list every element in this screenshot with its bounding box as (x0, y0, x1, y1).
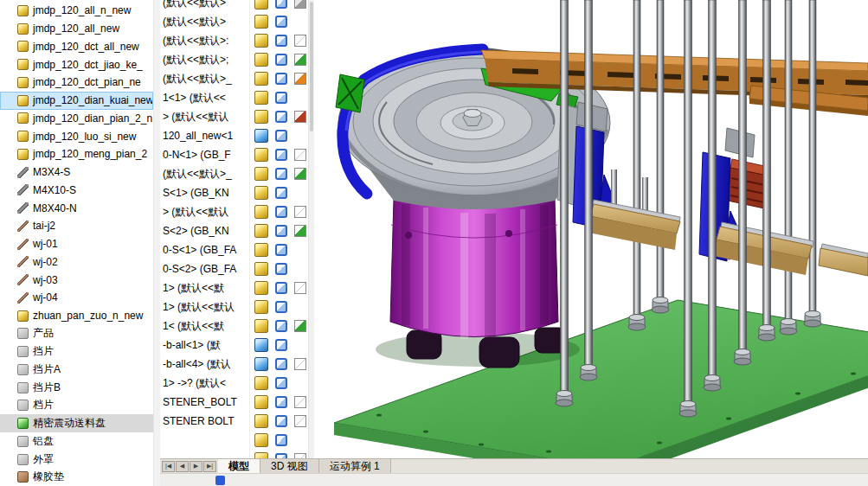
appearance-swatch-icon[interactable] (294, 396, 306, 408)
scrollbar-thumb[interactable] (310, 2, 313, 131)
tree-item[interactable]: 精密震动送料盘 (0, 414, 153, 432)
feature-tree-row[interactable]: (默认<<默认>_ (160, 164, 308, 183)
document-tab[interactable]: 模型 (218, 459, 260, 473)
display-mode-icon[interactable] (275, 320, 287, 332)
feature-tree-row[interactable]: (默认<<默认>: (160, 31, 308, 50)
display-mode-icon[interactable] (275, 35, 287, 47)
display-mode-icon[interactable] (275, 301, 287, 313)
appearance-swatch-icon[interactable] (294, 282, 306, 294)
feature-tree-row[interactable] (160, 431, 308, 450)
display-mode-icon[interactable] (275, 282, 287, 294)
feature-tree-row[interactable]: (默认<<默认> (160, 12, 308, 31)
feature-tree-row[interactable] (160, 450, 308, 458)
display-mode-icon[interactable] (275, 168, 287, 180)
tree-item[interactable]: zhuan_pan_zuo_n_new (0, 307, 153, 325)
tree-item[interactable]: wj-03 (0, 271, 153, 289)
tree-item[interactable]: wj-04 (0, 289, 153, 307)
display-mode-icon[interactable] (275, 92, 287, 104)
feature-tree-row[interactable]: 1< (默认<<默 (160, 317, 308, 336)
tree-item[interactable]: jmdp_120_dct_pian_ne (0, 74, 153, 92)
tab-scroll-button[interactable]: ▶| (203, 461, 216, 472)
bowl-green-clamp[interactable] (336, 74, 364, 112)
appearance-swatch-icon[interactable] (294, 358, 306, 370)
tree-item[interactable]: 挡片 (0, 342, 153, 361)
feature-tree-row[interactable]: -b-all<4> (默认 (160, 355, 308, 374)
feature-tree-row[interactable]: 1> (默认<<默认 (160, 297, 308, 317)
feature-tree-row[interactable]: -b-all<1> (默 (160, 336, 308, 355)
tree-item[interactable]: jmdp_120_dct_all_new (0, 38, 153, 56)
feature-tree-row[interactable]: S<2> (GB_KN (160, 221, 308, 240)
tab-scroll-button[interactable]: ◀ (176, 461, 189, 472)
display-mode-icon[interactable] (275, 415, 287, 427)
appearance-swatch-icon[interactable] (294, 206, 306, 218)
tree-item[interactable]: jmdp_120_meng_pian_2 (0, 145, 153, 163)
display-mode-icon[interactable] (275, 0, 287, 9)
display-mode-icon[interactable] (275, 206, 287, 218)
display-mode-icon[interactable] (275, 377, 287, 389)
appearance-swatch-icon[interactable] (294, 0, 306, 9)
feature-tree-row[interactable]: STENER_BOLT (160, 393, 308, 412)
tree-item[interactable]: jmdp_120_all_new (0, 20, 153, 38)
appearance-swatch-icon[interactable] (294, 320, 306, 332)
feature-tree-row[interactable]: (默认<<默认>_ (160, 69, 308, 88)
tab-scroll-button[interactable]: ▶ (190, 461, 203, 472)
display-mode-icon[interactable] (275, 187, 287, 199)
tree-item[interactable]: M3X4-S (0, 163, 153, 182)
feature-tree-row[interactable]: (默认<<默认> (160, 0, 308, 12)
tree-item[interactable]: 铝盘 (0, 432, 153, 451)
display-mode-icon[interactable] (275, 111, 287, 123)
display-mode-icon[interactable] (275, 225, 287, 237)
appearance-swatch-icon[interactable] (294, 415, 306, 427)
tree-item[interactable]: 橡胶垫 (0, 469, 153, 486)
tree-item[interactable]: M8X40-N (0, 199, 153, 217)
tree-item[interactable]: 产品 (0, 325, 153, 343)
feature-tree-row[interactable]: 1> ->? (默认< (160, 374, 308, 393)
display-mode-icon[interactable] (275, 339, 287, 351)
display-mode-icon[interactable] (275, 149, 287, 161)
tree-item[interactable]: jmdp_120_dian_pian_2_n (0, 110, 153, 128)
tree-item[interactable]: M4X10-S (0, 182, 153, 200)
display-mode-icon[interactable] (275, 263, 287, 275)
feature-tree-row[interactable]: 0-S<2> (GB_FA (160, 259, 308, 278)
feature-tree-row[interactable]: STENER BOLT (160, 412, 308, 431)
feeder-base-cylinder[interactable] (390, 199, 558, 342)
feature-tree-row[interactable]: > (默认<<默认 (160, 107, 308, 126)
display-mode-icon[interactable] (275, 396, 287, 408)
tree-item[interactable]: tai-j2 (0, 217, 153, 235)
display-mode-icon[interactable] (275, 73, 287, 85)
tree-item[interactable]: jmdp_120_dian_kuai_new (0, 92, 153, 110)
tree-item[interactable]: jmdp_120_all_n_new (0, 2, 153, 20)
appearance-swatch-icon[interactable] (294, 73, 306, 85)
tab-scroll-button[interactable]: |◀ (162, 461, 175, 472)
feature-tree-row[interactable]: (默认<<默认>; (160, 50, 308, 69)
display-mode-icon[interactable] (275, 244, 287, 256)
document-tab[interactable]: 运动算例 1 (319, 459, 391, 473)
appearance-swatch-icon[interactable] (294, 168, 306, 180)
feature-tree-row[interactable]: 0-N<1> (GB_F (160, 145, 308, 164)
appearance-swatch-icon[interactable] (294, 111, 306, 123)
tree-item[interactable]: wj-01 (0, 235, 153, 253)
feature-tree-row[interactable]: 1> (默认<<默 (160, 278, 308, 297)
feature-tree-row[interactable]: 120_all_new<1 (160, 126, 308, 145)
tree-item[interactable]: jmdp_120_luo_si_new (0, 127, 153, 145)
display-mode-icon[interactable] (275, 16, 287, 28)
appearance-swatch-icon[interactable] (294, 35, 306, 47)
tree-item[interactable]: wj-02 (0, 253, 153, 272)
feature-tree-row[interactable]: 0-S<1> (GB_FA (160, 240, 308, 259)
assembly-model[interactable] (314, 0, 868, 458)
display-mode-icon[interactable] (275, 54, 287, 66)
appearance-swatch-icon[interactable] (294, 225, 306, 237)
feature-tree-row[interactable]: > (默认<<默认 (160, 202, 308, 221)
feature-tree-row[interactable]: 1<1> (默认<< (160, 88, 308, 107)
tree-item[interactable]: 档片 (0, 397, 153, 415)
appearance-swatch-icon[interactable] (294, 54, 306, 66)
tree-item[interactable]: 挡片B (0, 379, 153, 397)
3d-viewport[interactable] (314, 0, 868, 458)
tree-item[interactable]: 外罩 (0, 451, 153, 469)
display-mode-icon[interactable] (275, 434, 287, 446)
tree-item[interactable]: 挡片A (0, 361, 153, 379)
appearance-swatch-icon[interactable] (294, 149, 306, 161)
document-tab[interactable]: 3D 视图 (260, 459, 319, 473)
display-mode-icon[interactable] (275, 130, 287, 142)
display-mode-icon[interactable] (275, 358, 287, 370)
